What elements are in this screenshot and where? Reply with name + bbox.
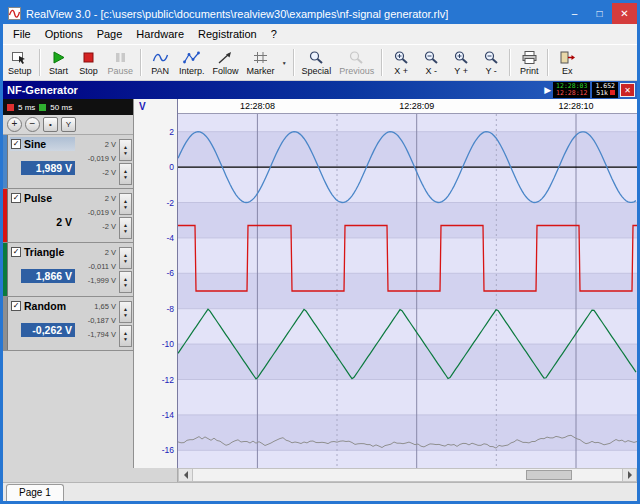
previous-button[interactable]: Previous — [335, 46, 378, 79]
spin-coarse-button[interactable]: ▲▼ — [119, 139, 132, 161]
panel-body: 5 ms 50 ms + − • Y ✓ — [3, 99, 637, 468]
pan-button[interactable]: PAN — [145, 46, 175, 79]
menu-page[interactable]: Page — [90, 26, 130, 42]
cursor-button[interactable]: • — [43, 117, 58, 132]
channel-row-random[interactable]: ✓ Random -0,262 V 1,65 V -0,187 V -1,794… — [3, 297, 133, 351]
exit-icon — [559, 50, 576, 65]
y-scale-button[interactable]: Y — [61, 117, 76, 132]
follow-icon — [217, 50, 234, 65]
toolbar: Setup Start Stop Pause PAN Interp. Follo… — [3, 44, 637, 81]
channel-value-row: 2 V — [10, 212, 75, 230]
tab-page-1[interactable]: Page 1 — [6, 484, 64, 501]
spin-fine-button[interactable]: ▲▼ — [119, 325, 132, 347]
marker-dropdown-button[interactable]: ▼ — [279, 46, 290, 79]
scroll-right-button[interactable] — [622, 469, 636, 481]
menu-options[interactable]: Options — [38, 26, 90, 42]
pan-icon — [152, 50, 169, 65]
panel-close-button[interactable]: ✕ — [620, 83, 635, 97]
plot-wrap — [178, 114, 637, 468]
print-button[interactable]: Print — [514, 46, 544, 79]
channel-max-value: 2 V — [76, 246, 116, 260]
channel-checkbox[interactable]: ✓ — [11, 247, 21, 257]
channel-min-value: -1,794 V — [76, 328, 116, 342]
pause-button[interactable]: Pause — [104, 46, 138, 79]
toolbar-label: Follow — [213, 66, 239, 76]
setup-button[interactable]: Setup — [4, 46, 36, 79]
channel-range-values: 2 V -0,019 V -2 V — [76, 189, 118, 242]
waveform-plot[interactable] — [178, 114, 637, 468]
scrollbar-corner — [3, 468, 178, 482]
title-bar[interactable]: RealView 3.0 - [c:\users\public\document… — [3, 3, 637, 24]
spin-coarse-button[interactable]: ▲▼ — [119, 301, 132, 323]
record-indicator-icon — [610, 90, 615, 95]
zoom-in-button[interactable]: + — [7, 117, 22, 132]
chevron-down-icon: ▼ — [282, 60, 287, 66]
toolbar-label: Y + — [454, 66, 468, 76]
scroll-left-button[interactable] — [179, 469, 193, 481]
interp-button[interactable]: Interp. — [175, 46, 209, 79]
page-tab-bar: Page 1 — [3, 482, 637, 501]
menu-help[interactable]: ? — [264, 26, 284, 42]
exit-button[interactable]: Ex — [552, 46, 582, 79]
toolbar-label: Marker — [247, 66, 275, 76]
channel-value[interactable]: 1,866 V — [21, 269, 75, 283]
channel-row-pulse[interactable]: ✓ Pulse 2 V 2 V -0,019 V -2 V — [3, 189, 133, 243]
menu-hardware[interactable]: Hardware — [129, 26, 191, 42]
close-button[interactable]: ✕ — [612, 3, 637, 24]
spin-down-icon: ▼ — [123, 228, 128, 234]
spin-fine-button[interactable]: ▲▼ — [119, 217, 132, 239]
special-button[interactable]: Special — [298, 46, 336, 79]
menu-file[interactable]: File — [6, 26, 38, 42]
toolbar-label: Start — [49, 66, 68, 76]
stop-button[interactable]: Stop — [74, 46, 104, 79]
toolbar-label: PAN — [151, 66, 169, 76]
horizontal-scrollbar[interactable] — [178, 468, 637, 482]
channel-value-row: 1,866 V — [10, 266, 75, 284]
marker-button[interactable]: Marker — [243, 46, 279, 79]
spin-coarse-button[interactable]: ▲▼ — [119, 193, 132, 215]
channel-max-value: 1,65 V — [76, 300, 116, 314]
toolbar-label: Y - — [485, 66, 496, 76]
x-tick-label: 12:28:09 — [399, 101, 434, 111]
minimize-button[interactable]: – — [562, 3, 587, 24]
start-button[interactable]: Start — [44, 46, 74, 79]
channel-header: ✓ Sine — [10, 137, 75, 151]
interp-icon — [183, 50, 200, 65]
menu-registration[interactable]: Registration — [191, 26, 264, 42]
toolbar-label: Stop — [79, 66, 98, 76]
toolbar-label: Setup — [8, 66, 32, 76]
play-icon[interactable]: ▶ — [544, 86, 551, 95]
y-tick-label: 2 — [169, 127, 174, 137]
zoom-out-button[interactable]: − — [25, 117, 40, 132]
scrollbar-thumb[interactable] — [526, 470, 572, 480]
x-zoom-in-button[interactable]: X + — [386, 46, 416, 79]
x-zoom-out-icon — [423, 50, 440, 65]
x-zoom-in-icon — [393, 50, 410, 65]
channel-main: ✓ Random -0,262 V — [8, 297, 76, 350]
channel-value[interactable]: -0,262 V — [21, 323, 75, 337]
channel-value[interactable]: 2 V — [21, 215, 75, 229]
channel-checkbox[interactable]: ✓ — [11, 139, 21, 149]
spin-fine-button[interactable]: ▲▼ — [119, 163, 132, 185]
channel-checkbox[interactable]: ✓ — [11, 301, 21, 311]
spin-fine-button[interactable]: ▲▼ — [119, 271, 132, 293]
follow-button[interactable]: Follow — [209, 46, 243, 79]
spin-coarse-button[interactable]: ▲▼ — [119, 247, 132, 269]
toolbar-label: Ex — [562, 66, 573, 76]
y-zoom-out-button[interactable]: Y - — [476, 46, 506, 79]
channel-header: ✓ Triangle — [10, 245, 75, 259]
y-tick-label: -8 — [166, 304, 174, 314]
window-controls: – □ ✕ — [562, 3, 637, 24]
channel-checkbox[interactable]: ✓ — [11, 193, 21, 203]
toolbar-label: Interp. — [179, 66, 205, 76]
maximize-button[interactable]: □ — [587, 3, 612, 24]
print-icon — [521, 50, 538, 65]
y-zoom-out-icon — [483, 50, 500, 65]
channel-row-sine[interactable]: ✓ Sine 1,989 V 2 V -0,019 V -2 V — [3, 135, 133, 189]
y-zoom-in-button[interactable]: Y + — [446, 46, 476, 79]
x-zoom-out-button[interactable]: X - — [416, 46, 446, 79]
channel-row-triangle[interactable]: ✓ Triangle 1,866 V 2 V -0,011 V -1,999 V — [3, 243, 133, 297]
channel-mid-value: -0,187 V — [76, 314, 116, 328]
channel-value[interactable]: 1,989 V — [21, 161, 75, 175]
sample-count: 51k — [596, 89, 608, 97]
